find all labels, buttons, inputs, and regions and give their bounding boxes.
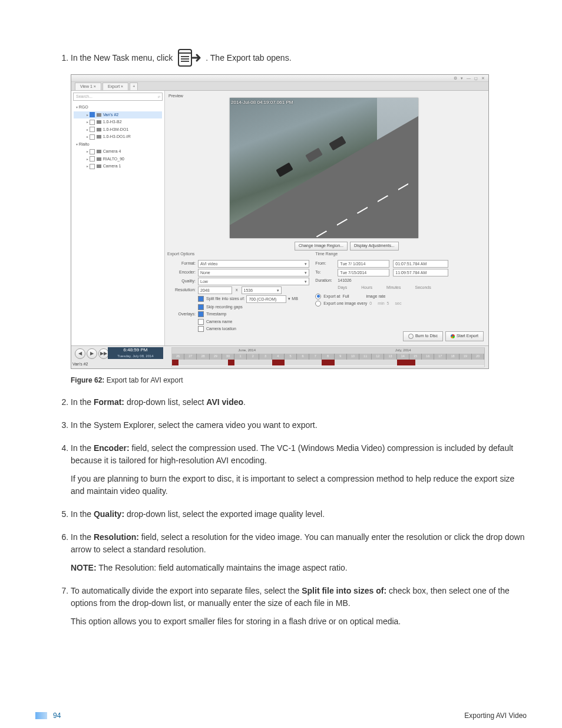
step-5: In the Quality: drop-down list, select t… [71,508,527,521]
display-adjustments-button[interactable]: Display Adjustments... [350,242,399,251]
overlay-timestamp-checkbox[interactable] [198,311,204,317]
to-time-input[interactable]: 11:09:57.784 AM [393,269,448,276]
from-date-input[interactable]: Tue 7/ 1/2014 [338,260,389,268]
timeline-time-display: 6:48:59 PM Tuesday, July 08, 2014 [108,347,163,359]
quality-label: Quality: [167,278,198,285]
server-node-rialto[interactable]: Rialto [74,141,162,149]
time-range-title: Time Range [315,251,486,258]
timeline-month-july: July, 2014 [322,348,485,354]
step-3: In the System Explorer, select the camer… [71,419,527,431]
overlay-camera-name-checkbox[interactable] [198,319,204,325]
export-one-sec[interactable]: 5 [387,301,395,307]
timeline-days: 2627282930123456789101112131415161718192… [172,354,484,360]
export-at-radio[interactable] [315,294,321,299]
server-node-rgo[interactable]: RGO [74,104,162,111]
unit-hours: Hours [361,285,372,291]
timeline-play-button[interactable]: ▶ [87,348,97,359]
export-tab-screenshot: ⚙ ▾ — ◻ ✕ View 1 × Export × + Search... … [71,74,489,369]
export-one-label: Export one image every [323,301,367,307]
window-titlebar: ⚙ ▾ — ◻ ✕ [71,75,488,82]
camera-node[interactable]: Camera 1 [74,163,162,170]
timeline: ◀ ▶ ▶▶ 6:48:59 PM Tuesday, July 08, 2014… [71,345,488,368]
camera-node[interactable]: 1.0-H3-B2 [74,118,162,126]
footer-logo [35,712,47,719]
camera-node[interactable]: 1.0-H3M-DO1 [74,126,162,134]
export-one-radio[interactable] [315,301,321,307]
split-file-checkbox[interactable] [198,296,204,302]
unit-minutes: Minutes [386,285,401,291]
encoder-select[interactable]: None [198,269,309,276]
camera-icon [97,135,101,139]
camera-node[interactable]: 1.0-H3-DO1-IR [74,133,162,141]
camera-node[interactable]: Camera 4 [74,148,162,156]
camera-icon [97,157,101,161]
skip-gaps-checkbox[interactable] [198,304,204,310]
disc-icon [408,334,414,339]
camera-icon [97,164,101,168]
tab-view1[interactable]: View 1 × [75,83,101,90]
resolution-label: Resolution: [167,287,198,294]
split-size-input[interactable]: 700 (CD-ROM) [246,295,286,303]
duration-label: Duration: [315,278,338,284]
step-4: In the Encoder: field, select the compre… [71,442,527,498]
timeline-camera-label: Van's #2 [72,361,88,368]
format-label: Format: [167,261,198,267]
to-label: To: [315,269,338,276]
preview-image [230,98,418,238]
camera-node[interactable]: RIALTO_90 [74,156,162,163]
step1-pre: In the New Task menu, click [71,52,173,64]
step1-post: . The Export tab opens. [206,52,291,64]
duration-hours[interactable]: 10 [342,278,347,284]
duration-seconds[interactable]: 6 [349,278,352,284]
timeline-month-june: June, 2014 [172,348,322,354]
step-7-para2: This option allows you to export smaller… [71,615,527,628]
step-1: In the New Task menu, click . The Export… [71,47,527,386]
camera-node-vans2[interactable]: Van's #2 [74,111,162,119]
resolution-height-select[interactable]: 1536 [242,286,282,294]
format-select[interactable]: AVI video [198,260,309,268]
camera-icon [97,120,101,124]
duration-days[interactable]: 14 [338,278,342,284]
svg-rect-0 [178,50,191,66]
figure-caption: Figure 62: Export tab for AVI export [71,375,527,386]
system-explorer: Search... RGO Van's #2 1.0-H3-B2 1.0-H3M… [71,91,165,345]
camera-icon [97,128,101,131]
page-footer: 94 Exporting AVI Video [35,710,527,721]
overlays-label: Overlays: [167,311,198,318]
skip-gaps-label: Skip recording gaps [206,304,243,311]
window-controls[interactable]: ⚙ ▾ — ◻ ✕ [454,75,486,82]
from-time-input[interactable]: 01:07:51.784 AM [393,260,448,268]
timeline-bar[interactable]: June, 2014 July, 2014 262728293012345678… [171,347,485,367]
timeline-prev-button[interactable]: ◀ [75,348,85,359]
export-at-label: Export at [323,294,340,300]
export-one-min[interactable]: 0 [369,301,378,307]
change-image-region-button[interactable]: Change Image Region... [295,242,348,251]
burn-to-disc-button[interactable]: Burn to Disc [403,331,443,341]
step-6-note: NOTE: The Resolution: field automaticall… [71,562,527,574]
to-date-input[interactable]: Tue 7/15/2014 [338,269,389,276]
export-options-title: Export Options [167,251,309,258]
overlay-timestamp-label: Timestamp [206,311,226,318]
tab-export[interactable]: Export × [103,83,128,90]
overlay-camera-name-label: Camera name [206,319,232,325]
timeline-recordings [172,360,484,365]
preview-label: Preview [168,93,183,100]
search-input[interactable]: Search... [73,93,163,101]
encoder-label: Encoder: [167,269,198,276]
preview-timestamp-overlay: 2014-Jul-08 04:19:07.061 PM [231,99,293,106]
camera-icon [97,150,101,153]
export-at-post: image rate [366,294,385,300]
unit-seconds: Seconds [415,285,431,291]
split-unit-select[interactable]: ▾ MB [288,296,297,302]
tab-add[interactable]: + [130,83,138,90]
unit-days: Days [338,285,347,291]
quality-select[interactable]: Low [198,278,309,285]
export-at-select[interactable]: Full [342,294,363,300]
start-export-icon [451,334,455,338]
step-7: To automatically divide the export into … [71,585,527,628]
start-export-button[interactable]: Start Export [445,331,484,341]
step-2: In the Format: drop-down list, select AV… [71,396,527,409]
split-file-label: Split file into sizes of: [206,296,244,302]
overlay-camera-location-checkbox[interactable] [198,326,204,332]
resolution-width-input[interactable]: 2048 [198,286,232,294]
